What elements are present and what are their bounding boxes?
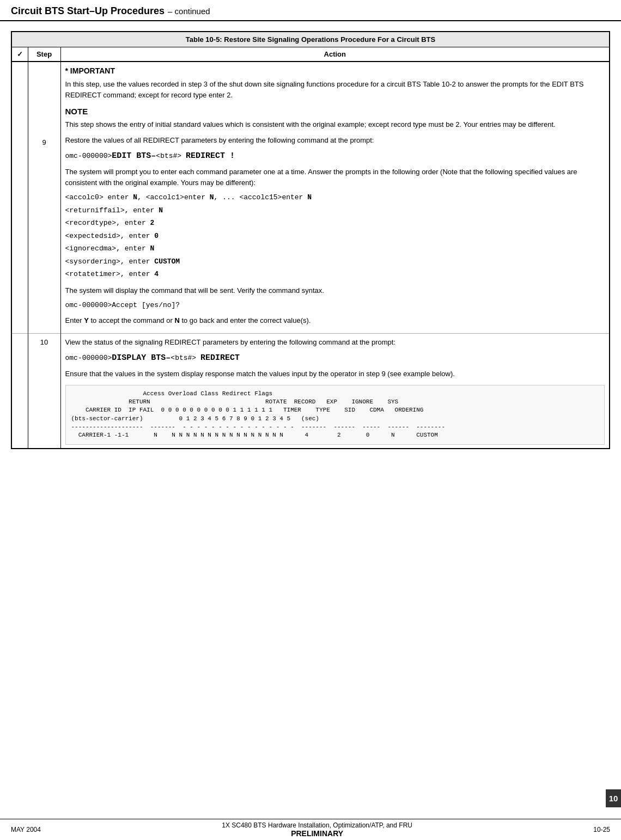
prompt-expectedsid: <expectedsid>, enter 0 bbox=[65, 231, 605, 242]
action-cell-9: * IMPORTANT In this step, use the values… bbox=[60, 62, 610, 334]
prompt-recordtype: <recordtype>, enter 2 bbox=[65, 218, 605, 229]
system-display-text: The system will display the command that… bbox=[65, 285, 605, 296]
col-action-header: Action bbox=[60, 47, 610, 62]
footer-center-line2: PRELIMINARY bbox=[222, 829, 412, 838]
step10-text: View the status of the signaling REDIREC… bbox=[65, 337, 605, 348]
note-block: NOTE This step shows the entry of initia… bbox=[65, 106, 605, 130]
command2-line: omc-000000>Accept [yes/no]? bbox=[65, 300, 605, 311]
important-text: In this step, use the values recorded in… bbox=[65, 79, 605, 100]
check-cell-10 bbox=[11, 334, 28, 449]
footer-center-line1: 1X SC480 BTS Hardware Installation, Opti… bbox=[222, 821, 412, 829]
footer-right: 10-25 bbox=[593, 826, 610, 833]
prompt-returniffail: <returniffail>, enter N bbox=[65, 205, 605, 216]
page-num-sidebar: 10 bbox=[606, 789, 621, 807]
page-title: Circuit BTS Start–Up Procedures bbox=[11, 5, 165, 17]
main-table: Table 10-5: Restore Site Signaling Opera… bbox=[11, 31, 610, 449]
cmd1-pre: omc-000000> bbox=[65, 152, 112, 160]
page-subtitle: – continued bbox=[168, 7, 210, 16]
cmd2: omc-000000>Accept [yes/no]? bbox=[65, 301, 180, 309]
prompt-intro: The system will prompt you to enter each… bbox=[65, 167, 605, 188]
action-cell-10: View the status of the signaling REDIREC… bbox=[60, 334, 610, 449]
display-output: Access Overload Class Redirect Flags RET… bbox=[65, 385, 605, 445]
col-check-header: ✓ bbox=[11, 47, 28, 62]
step-number-10: 10 bbox=[28, 334, 60, 449]
prompt-rotatetimer: <rotatetimer>, enter 4 bbox=[65, 269, 605, 280]
prompt-sysordering: <sysordering>, enter CUSTOM bbox=[65, 256, 605, 267]
disp-cmd-end-bold: REDIRECT bbox=[200, 353, 240, 363]
command1-line: omc-000000>EDIT BTS–<bts#> REDIRECT ! bbox=[65, 150, 605, 163]
enter-yn-text: Enter Y to accept the command or N to go… bbox=[65, 315, 605, 326]
ensure-text: Ensure that the values in the system dis… bbox=[65, 369, 605, 379]
table-caption-row: Table 10-5: Restore Site Signaling Opera… bbox=[11, 32, 610, 47]
display-command-line: omc-000000>DISPLAY BTS–<bts#> REDIRECT bbox=[65, 352, 605, 365]
check-cell-9 bbox=[11, 62, 28, 334]
table-row-step9: 9 * IMPORTANT In this step, use the valu… bbox=[11, 62, 610, 334]
prompt-ignorecdma: <ignorecdma>, enter N bbox=[65, 243, 605, 254]
footer-center: 1X SC480 BTS Hardware Installation, Opti… bbox=[222, 821, 412, 838]
page-footer: MAY 2004 1X SC480 BTS Hardware Installat… bbox=[0, 819, 621, 840]
col-step-header: Step bbox=[28, 47, 60, 62]
important-label: * IMPORTANT bbox=[65, 65, 605, 77]
table-row-step10: 10 View the status of the signaling REDI… bbox=[11, 334, 610, 449]
prompt-accolc: <accolc0> enter N, <accolc1>enter N, ...… bbox=[65, 192, 605, 203]
footer-left: MAY 2004 bbox=[11, 826, 41, 833]
disp-cmd-bold: DISPLAY BTS– bbox=[112, 353, 171, 363]
note-label: NOTE bbox=[65, 106, 605, 118]
disp-cmd-pre: omc-000000> bbox=[65, 354, 112, 362]
step9-text: Restore the values of all REDIRECT param… bbox=[65, 135, 605, 146]
cmd1-end-bold: REDIRECT ! bbox=[186, 151, 235, 161]
important-block: * IMPORTANT In this step, use the values… bbox=[65, 65, 605, 100]
cmd1-bold: EDIT BTS– bbox=[112, 151, 156, 161]
disp-cmd-mid: <bts#> bbox=[171, 354, 200, 362]
cmd1-mid: <bts#> bbox=[156, 152, 186, 160]
step-number-9: 9 bbox=[28, 62, 60, 334]
table-header-row: ✓ Step Action bbox=[11, 47, 610, 62]
table-caption: Table 10-5: Restore Site Signaling Opera… bbox=[11, 32, 610, 47]
page-header: Circuit BTS Start–Up Procedures – contin… bbox=[0, 0, 621, 21]
note-text: This step shows the entry of initial sta… bbox=[65, 119, 605, 130]
